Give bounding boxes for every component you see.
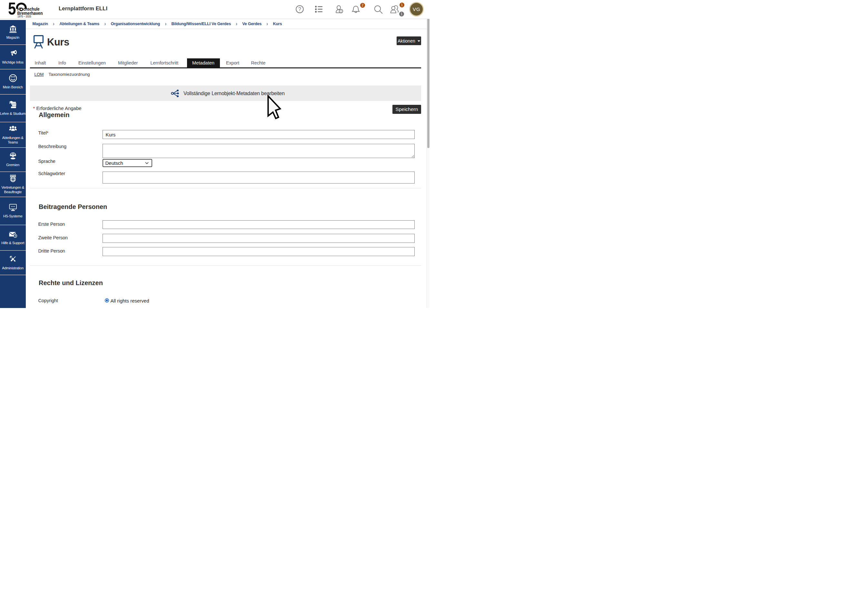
svg-text:?: ?: [298, 6, 301, 12]
svg-text:?: ?: [14, 234, 16, 238]
svg-text:5: 5: [8, 2, 16, 18]
svg-text:1975 – 2025: 1975 – 2025: [17, 15, 31, 18]
